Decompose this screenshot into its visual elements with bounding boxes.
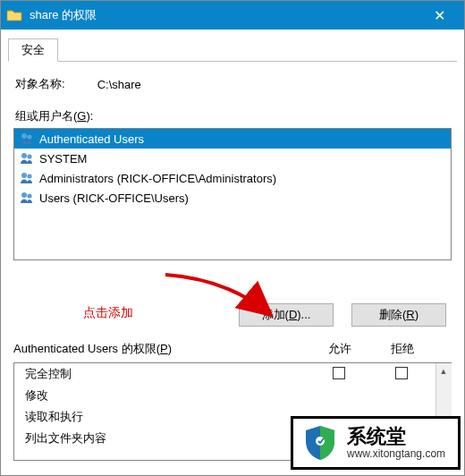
- permission-name: 完全控制: [25, 366, 308, 382]
- annotation-row: 点击添加: [13, 266, 452, 328]
- people-icon: [20, 151, 34, 166]
- svg-point-3: [27, 154, 31, 158]
- list-item[interactable]: SYSTEM: [14, 149, 451, 168]
- groups-label: 组或用户名(G):: [15, 108, 452, 124]
- list-item[interactable]: Authenticated Users: [14, 129, 451, 149]
- svg-point-5: [27, 174, 31, 178]
- svg-point-7: [27, 193, 31, 198]
- permission-row: 修改: [14, 385, 451, 406]
- permission-name: 读取和执行: [25, 409, 308, 425]
- object-name-row: 对象名称: C:\share: [15, 76, 452, 92]
- watermark-title: 系统堂: [347, 426, 445, 447]
- watermark-url: www.xitongtang.com: [347, 448, 445, 460]
- groups-listbox[interactable]: Authenticated UsersSYSTEMAdministrators …: [13, 128, 452, 260]
- watermark-badge: 系统堂 www.xitongtang.com: [291, 416, 461, 470]
- column-deny: 拒绝: [371, 341, 434, 357]
- deny-checkbox[interactable]: [395, 367, 408, 379]
- svg-point-0: [21, 133, 27, 139]
- permission-row: 完全控制: [14, 363, 451, 385]
- close-button[interactable]: ✕: [419, 1, 459, 30]
- close-icon: ✕: [434, 7, 445, 24]
- annotation-arrow: [156, 266, 291, 328]
- title-bar: share 的权限 ✕: [1, 1, 464, 30]
- tab-security-label: 安全: [21, 43, 45, 56]
- svg-point-6: [21, 192, 27, 198]
- svg-point-1: [27, 134, 31, 139]
- permission-name: 列出文件夹内容: [25, 430, 308, 446]
- annotation-text: 点击添加: [83, 305, 133, 321]
- list-item[interactable]: Administrators (RICK-OFFICE\Administrato…: [14, 168, 451, 188]
- window-title: share 的权限: [30, 7, 419, 23]
- list-item-label: Users (RICK-OFFICE\Users): [39, 191, 189, 205]
- list-item-label: Authenticated Users: [39, 132, 144, 146]
- list-item-label: Administrators (RICK-OFFICE\Administrato…: [39, 172, 276, 185]
- folder-icon: [6, 7, 22, 23]
- list-item[interactable]: Users (RICK-OFFICE\Users): [14, 188, 451, 208]
- permission-name: 修改: [25, 387, 308, 404]
- allow-checkbox[interactable]: [333, 367, 345, 379]
- permissions-header: Authenticated Users 的权限(P) 允许 拒绝: [13, 341, 452, 361]
- people-icon: [20, 171, 34, 185]
- column-allow: 允许: [309, 341, 371, 357]
- svg-point-4: [21, 173, 27, 178]
- dialog-body: 安全 对象名称: C:\share 组或用户名(G): Authenticate…: [1, 30, 464, 461]
- svg-point-8: [316, 437, 325, 446]
- permissions-label: Authenticated Users 的权限(P): [13, 342, 172, 355]
- svg-point-2: [21, 153, 27, 158]
- list-item-label: SYSTEM: [39, 152, 87, 166]
- shield-icon: [300, 423, 340, 463]
- people-icon: [20, 191, 34, 205]
- tab-strip: 安全: [8, 38, 457, 62]
- people-icon: [20, 132, 34, 146]
- object-name-label: 对象名称:: [15, 76, 65, 92]
- tab-security[interactable]: 安全: [8, 38, 58, 62]
- object-name-value: C:\share: [97, 78, 141, 91]
- scroll-up-icon[interactable]: ▲: [436, 363, 452, 378]
